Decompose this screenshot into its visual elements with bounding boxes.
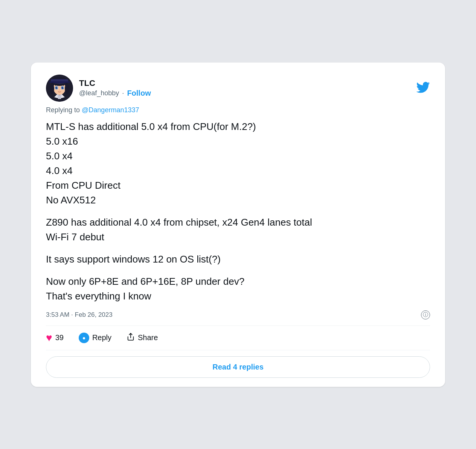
- tweet-body: MTL-S has additional 5.0 x4 from CPU(for…: [46, 119, 430, 304]
- tweet-header: TLC @leaf_hobby · Follow: [46, 75, 430, 102]
- separator-dot: ·: [122, 89, 124, 97]
- svg-rect-15: [49, 81, 70, 83]
- info-icon[interactable]: ⓘ: [421, 310, 430, 319]
- user-header-left: TLC @leaf_hobby · Follow: [46, 75, 151, 102]
- likes-count: 39: [55, 333, 64, 342]
- like-action[interactable]: ♥ 39: [46, 332, 64, 344]
- tweet-meta: 3:53 AM · Feb 26, 2023 ⓘ: [46, 310, 430, 319]
- replying-to-label: Replying to: [46, 106, 80, 114]
- replying-to: Replying to @Dangerman1337: [46, 106, 430, 114]
- tweet-paragraph-3: It says support windows 12 on OS list(?): [46, 252, 430, 267]
- username-follow-row: @leaf_hobby · Follow: [79, 89, 151, 98]
- avatar[interactable]: [46, 75, 73, 102]
- divider-1: [46, 325, 430, 326]
- follow-button[interactable]: Follow: [127, 89, 151, 98]
- twitter-logo-icon: [416, 80, 430, 96]
- tweet-actions: ♥ 39 ● Reply Share: [46, 332, 430, 344]
- replying-to-user[interactable]: @Dangerman1337: [82, 106, 139, 114]
- tweet-card: TLC @leaf_hobby · Follow Replying to @Da…: [31, 63, 445, 387]
- svg-point-11: [63, 87, 64, 87]
- display-name: TLC: [79, 78, 151, 88]
- read-replies-button[interactable]: Read 4 replies: [46, 356, 430, 378]
- tweet-paragraph-2: Z890 has additional 4.0 x4 from chipset,…: [46, 215, 430, 244]
- heart-icon: ♥: [46, 332, 52, 344]
- reply-icon: ●: [79, 333, 89, 343]
- reply-label: Reply: [92, 333, 111, 342]
- svg-point-5: [65, 84, 69, 94]
- username: @leaf_hobby: [79, 89, 119, 97]
- tweet-paragraph-1: MTL-S has additional 5.0 x4 from CPU(for…: [46, 119, 430, 208]
- user-info: TLC @leaf_hobby · Follow: [79, 78, 151, 98]
- tweet-paragraph-4: Now only 6P+8E and 6P+16E, 8P under dev?…: [46, 274, 430, 304]
- share-label: Share: [138, 333, 158, 342]
- share-icon: [127, 333, 135, 343]
- divider-2: [46, 350, 430, 350]
- reply-action[interactable]: ● Reply: [79, 333, 111, 343]
- svg-point-12: [59, 89, 60, 90]
- share-action[interactable]: Share: [127, 333, 158, 343]
- svg-point-8: [57, 87, 58, 87]
- tweet-timestamp: 3:53 AM · Feb 26, 2023: [46, 311, 113, 319]
- svg-point-4: [50, 84, 54, 94]
